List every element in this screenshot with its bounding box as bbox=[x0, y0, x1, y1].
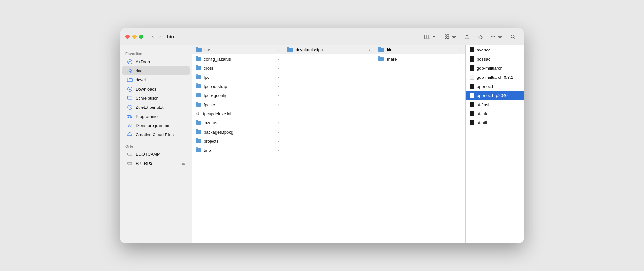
folder-icon-ccr bbox=[196, 48, 202, 52]
svg-point-21 bbox=[131, 154, 131, 154]
list-item[interactable]: fpcpkgconfig › bbox=[192, 91, 283, 100]
sidebar-item-devel[interactable]: devel bbox=[122, 75, 190, 84]
chevron-right-icon: › bbox=[278, 148, 279, 152]
folder-icon bbox=[196, 130, 201, 134]
list-item[interactable]: tmp › bbox=[192, 146, 283, 155]
column-2-header-label: develtools4fpc bbox=[296, 47, 323, 52]
file-icon bbox=[470, 120, 474, 125]
item-label: gdb-multiarch bbox=[477, 66, 503, 71]
svg-point-10 bbox=[494, 36, 495, 37]
file-icon bbox=[470, 84, 474, 89]
folder-icon bbox=[378, 57, 384, 61]
finder-window: ‹ › bin bbox=[120, 28, 524, 243]
sidebar-item-ring[interactable]: ring bbox=[122, 66, 190, 75]
column-4: avarice bossac gdb-multiarch gdb-multiar… bbox=[466, 45, 524, 243]
nav-buttons: ‹ › bbox=[150, 32, 163, 41]
list-item[interactable]: ⚙ fpcupdeluxe.ini bbox=[192, 109, 283, 118]
svg-rect-16 bbox=[127, 96, 132, 99]
sidebar-downloads-label: Downloads bbox=[136, 87, 156, 92]
list-item[interactable]: projects › bbox=[192, 136, 283, 146]
list-item[interactable]: fpcbootstrap › bbox=[192, 82, 283, 91]
svg-rect-14 bbox=[129, 71, 130, 73]
sidebar-item-zuletzt[interactable]: Zuletzt benutzt bbox=[122, 103, 190, 112]
forward-button[interactable]: › bbox=[157, 32, 163, 41]
column-1-header[interactable]: ccr › bbox=[192, 45, 283, 54]
list-item[interactable]: bossac bbox=[466, 54, 524, 64]
orte-label: Orte bbox=[120, 142, 192, 150]
tag-button[interactable] bbox=[475, 32, 486, 41]
sidebar-devel-label: devel bbox=[136, 78, 146, 82]
item-label: tmp bbox=[204, 148, 211, 153]
drive-icon-bootcamp bbox=[127, 151, 133, 157]
item-label: packages.fppkg bbox=[204, 130, 233, 135]
sidebar-schreibtisch-label: Schreibtisch bbox=[136, 96, 159, 101]
folder-icon bbox=[196, 148, 201, 152]
svg-rect-2 bbox=[429, 35, 430, 39]
eject-icon[interactable]: ⏏ bbox=[181, 161, 185, 166]
chevron-right-icon: › bbox=[278, 75, 279, 79]
maximize-button[interactable] bbox=[139, 35, 143, 39]
svg-rect-6 bbox=[447, 37, 449, 38]
list-item[interactable]: avarice bbox=[466, 45, 524, 54]
list-item[interactable]: gdb-multiarch-8.3.1 bbox=[466, 73, 524, 82]
sidebar-item-schreibtisch[interactable]: Schreibtisch bbox=[122, 93, 190, 103]
item-label: projects bbox=[204, 139, 219, 144]
columns-view-button[interactable] bbox=[422, 32, 440, 41]
item-label: st-flash bbox=[477, 102, 490, 107]
file-icon bbox=[470, 102, 474, 107]
chevron-right-icon: › bbox=[278, 139, 279, 143]
list-item[interactable]: gdb-multiarch bbox=[466, 64, 524, 73]
column-3: bin › share › bbox=[374, 45, 466, 243]
svg-point-8 bbox=[491, 36, 492, 37]
gear-icon: ⚙ bbox=[196, 111, 200, 116]
tools-icon bbox=[127, 122, 133, 128]
file-icon bbox=[470, 65, 474, 71]
column-2-header[interactable]: develtools4fpc › bbox=[283, 45, 374, 54]
folder-icon-develtools bbox=[287, 48, 293, 52]
sidebar-item-airdrop[interactable]: AirDrop bbox=[122, 57, 190, 66]
list-item-openocd-rp2040[interactable]: openocd-rp2040 bbox=[466, 91, 524, 100]
close-button[interactable] bbox=[125, 35, 130, 39]
sidebar-airdrop-label: AirDrop bbox=[136, 59, 150, 64]
sidebar-item-dienstprogramme[interactable]: Dienstprogramme bbox=[122, 121, 190, 130]
list-item[interactable]: config_lazarus › bbox=[192, 54, 283, 64]
folder-icon-bin bbox=[378, 48, 384, 52]
back-button[interactable]: ‹ bbox=[150, 32, 156, 41]
chevron-right-icon: › bbox=[460, 57, 461, 61]
titlebar: ‹ › bin bbox=[120, 28, 524, 45]
search-button[interactable] bbox=[507, 32, 519, 41]
more-button[interactable] bbox=[488, 32, 505, 41]
sidebar-item-bootcamp[interactable]: BOOTCAMP bbox=[122, 150, 190, 159]
svg-rect-5 bbox=[445, 37, 446, 38]
sidebar-ring-label: ring bbox=[136, 68, 143, 73]
sidebar-rpi-label: RPI-RP2 bbox=[136, 161, 152, 166]
list-item[interactable]: fpc › bbox=[192, 73, 283, 82]
grid-view-button[interactable] bbox=[442, 32, 460, 41]
list-item[interactable]: cross › bbox=[192, 64, 283, 73]
list-item[interactable]: st-info bbox=[466, 109, 524, 118]
list-item[interactable]: share › bbox=[374, 54, 465, 64]
cloud-icon bbox=[127, 132, 133, 137]
list-item[interactable]: packages.fppkg › bbox=[192, 127, 283, 136]
folder-icon bbox=[196, 93, 201, 97]
share-button[interactable] bbox=[461, 32, 473, 41]
list-item[interactable]: st-flash bbox=[466, 100, 524, 109]
list-item[interactable]: fpcsrc › bbox=[192, 100, 283, 109]
svg-point-11 bbox=[511, 35, 514, 38]
sidebar-item-creative-cloud[interactable]: Creative Cloud Files bbox=[122, 130, 190, 139]
sidebar-item-downloads[interactable]: Downloads bbox=[122, 84, 190, 93]
list-item[interactable]: st-util bbox=[466, 118, 524, 127]
folder-icon bbox=[196, 103, 201, 107]
folder-icon bbox=[196, 84, 201, 88]
favorites-label: Favoriten bbox=[120, 49, 192, 57]
list-item[interactable]: openocd bbox=[466, 82, 524, 91]
folder-icon bbox=[196, 139, 201, 143]
sidebar-item-programme[interactable]: Programme bbox=[122, 112, 190, 121]
item-label: openocd-rp2040 bbox=[477, 93, 508, 98]
traffic-lights bbox=[125, 35, 143, 39]
list-item[interactable]: lazarus › bbox=[192, 118, 283, 127]
column-3-header[interactable]: bin › bbox=[374, 45, 465, 54]
sidebar-item-rpi-rp2[interactable]: RPI-RP2 ⏏ bbox=[122, 159, 190, 168]
svg-rect-18 bbox=[127, 116, 129, 118]
minimize-button[interactable] bbox=[132, 35, 137, 39]
